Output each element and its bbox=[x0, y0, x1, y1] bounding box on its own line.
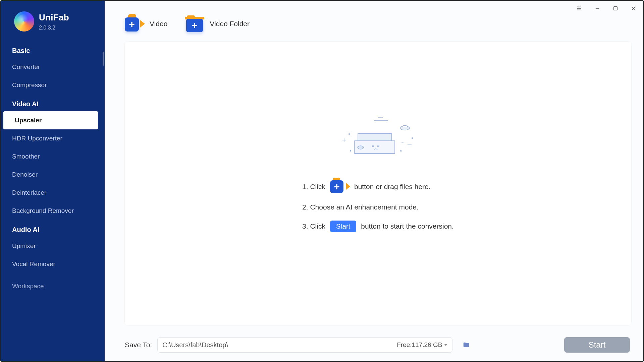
step-1-suffix: button or drag files here. bbox=[354, 183, 431, 191]
top-actions: + Video + Video Folder bbox=[105, 1, 643, 42]
sidebar-item-deinterlacer[interactable]: Deinterlacer bbox=[1, 184, 105, 202]
svg-point-17 bbox=[349, 133, 350, 134]
save-path-text: C:\Users\fab\Desktop\ bbox=[162, 341, 228, 349]
step-1: 1. Click + button or drag files here. bbox=[302, 180, 454, 194]
svg-point-18 bbox=[412, 137, 413, 138]
add-folder-icon: + bbox=[185, 15, 204, 32]
sidebar-item-upmixer[interactable]: Upmixer bbox=[1, 237, 105, 255]
svg-point-10 bbox=[373, 145, 374, 146]
svg-point-11 bbox=[378, 145, 379, 146]
inline-add-video-icon: + bbox=[330, 180, 350, 194]
step-1-prefix: 1. Click bbox=[302, 183, 325, 191]
save-to-label: Save To: bbox=[125, 341, 152, 349]
browse-folder-button[interactable] bbox=[461, 340, 471, 350]
brand-logo-icon bbox=[14, 11, 34, 32]
sidebar-item-workspace-truncated[interactable]: Workspace bbox=[1, 273, 105, 295]
bottom-bar: Save To: C:\Users\fab\Desktop\ Free:117.… bbox=[105, 331, 643, 361]
instruction-steps: 1. Click + button or drag files here. 2.… bbox=[302, 180, 454, 232]
sidebar-scrollbar[interactable] bbox=[103, 52, 104, 66]
minimize-icon[interactable] bbox=[592, 3, 602, 13]
drop-area[interactable]: 1. Click + button or drag files here. 2.… bbox=[125, 42, 631, 325]
add-video-button[interactable]: + Video bbox=[125, 15, 167, 32]
sidebar-item-hdr-upconverter[interactable]: HDR Upconverter bbox=[1, 129, 105, 147]
brand: UniFab 2.0.3.2 bbox=[1, 1, 105, 41]
empty-state-illustration bbox=[334, 115, 422, 160]
sidebar-item-upscaler[interactable]: Upscaler bbox=[3, 111, 98, 129]
free-space-text[interactable]: Free:117.26 GB bbox=[397, 341, 447, 349]
save-path-field[interactable]: C:\Users\fab\Desktop\ Free:117.26 GB bbox=[157, 337, 452, 353]
sidebar-item-compressor[interactable]: Compressor bbox=[1, 76, 105, 94]
app-window: UniFab 2.0.3.2 Basic Converter Compresso… bbox=[0, 0, 644, 362]
brand-version: 2.0.3.2 bbox=[39, 25, 69, 31]
step-2: 2. Choose an AI enhancement mode. bbox=[302, 203, 454, 211]
step-2-text: 2. Choose an AI enhancement mode. bbox=[302, 203, 419, 211]
nav-group-basic: Basic bbox=[1, 41, 105, 58]
sidebar-item-background-remover[interactable]: Background Remover bbox=[1, 202, 105, 220]
maximize-icon[interactable] bbox=[610, 3, 621, 13]
start-button[interactable]: Start bbox=[564, 337, 630, 353]
add-video-icon: + bbox=[125, 15, 144, 32]
add-video-folder-button[interactable]: + Video Folder bbox=[185, 15, 250, 32]
sidebar: UniFab 2.0.3.2 Basic Converter Compresso… bbox=[1, 1, 105, 361]
sidebar-item-denoiser[interactable]: Denoiser bbox=[1, 166, 105, 184]
inline-start-pill: Start bbox=[330, 221, 356, 232]
add-folder-label: Video Folder bbox=[210, 20, 250, 28]
menu-icon[interactable] bbox=[574, 3, 584, 13]
sidebar-item-vocal-remover[interactable]: Vocal Remover bbox=[1, 255, 105, 273]
nav-group-audio-ai: Audio AI bbox=[1, 220, 105, 237]
main-panel: + Video + Video Folder bbox=[105, 1, 643, 361]
chevron-down-icon bbox=[444, 344, 447, 346]
step-3-suffix: button to start the conversion. bbox=[361, 222, 454, 230]
brand-name: UniFab bbox=[39, 12, 69, 23]
add-video-label: Video bbox=[150, 20, 167, 28]
step-3: 3. Click Start button to start the conve… bbox=[302, 221, 454, 232]
svg-rect-4 bbox=[614, 7, 618, 10]
close-icon[interactable] bbox=[629, 3, 639, 13]
titlebar-controls bbox=[574, 3, 639, 13]
step-3-prefix: 3. Click bbox=[302, 222, 325, 230]
svg-point-19 bbox=[350, 150, 351, 151]
sidebar-item-converter[interactable]: Converter bbox=[1, 58, 105, 76]
nav-group-video-ai: Video AI bbox=[1, 94, 105, 111]
svg-point-9 bbox=[358, 146, 364, 149]
sidebar-item-smoother[interactable]: Smoother bbox=[1, 147, 105, 166]
